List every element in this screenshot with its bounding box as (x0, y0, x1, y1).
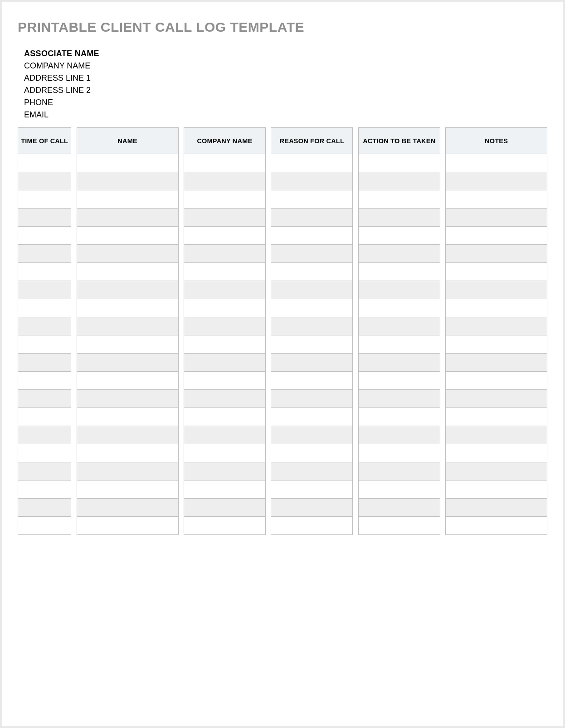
cell-company[interactable] (184, 480, 265, 499)
cell-company[interactable] (184, 209, 265, 227)
cell-time[interactable] (18, 517, 71, 535)
cell-action[interactable] (358, 372, 440, 390)
cell-action[interactable] (358, 227, 440, 245)
cell-notes[interactable] (446, 299, 547, 317)
cell-action[interactable] (358, 408, 440, 426)
cell-notes[interactable] (446, 281, 547, 299)
cell-name[interactable] (77, 499, 178, 517)
cell-action[interactable] (358, 354, 440, 372)
cell-action[interactable] (358, 154, 440, 172)
cell-name[interactable] (77, 190, 178, 209)
cell-name[interactable] (77, 245, 178, 263)
cell-action[interactable] (358, 335, 440, 354)
cell-time[interactable] (18, 154, 71, 172)
cell-reason[interactable] (271, 190, 353, 209)
cell-name[interactable] (77, 390, 178, 408)
cell-time[interactable] (18, 426, 71, 444)
cell-notes[interactable] (446, 317, 547, 335)
cell-company[interactable] (184, 426, 265, 444)
cell-name[interactable] (77, 263, 178, 281)
cell-reason[interactable] (271, 408, 353, 426)
cell-notes[interactable] (446, 354, 547, 372)
cell-name[interactable] (77, 281, 178, 299)
cell-company[interactable] (184, 335, 265, 354)
cell-company[interactable] (184, 172, 265, 190)
cell-time[interactable] (18, 172, 71, 190)
cell-reason[interactable] (271, 480, 353, 499)
cell-action[interactable] (358, 245, 440, 263)
cell-action[interactable] (358, 172, 440, 190)
cell-notes[interactable] (446, 335, 547, 354)
cell-company[interactable] (184, 299, 265, 317)
cell-time[interactable] (18, 499, 71, 517)
cell-time[interactable] (18, 227, 71, 245)
cell-company[interactable] (184, 354, 265, 372)
cell-time[interactable] (18, 372, 71, 390)
cell-time[interactable] (18, 281, 71, 299)
cell-notes[interactable] (446, 408, 547, 426)
cell-notes[interactable] (446, 209, 547, 227)
cell-notes[interactable] (446, 154, 547, 172)
cell-time[interactable] (18, 462, 71, 480)
cell-action[interactable] (358, 263, 440, 281)
cell-name[interactable] (77, 372, 178, 390)
cell-notes[interactable] (446, 227, 547, 245)
cell-company[interactable] (184, 154, 265, 172)
cell-notes[interactable] (446, 480, 547, 499)
cell-reason[interactable] (271, 517, 353, 535)
cell-time[interactable] (18, 444, 71, 462)
cell-notes[interactable] (446, 517, 547, 535)
cell-action[interactable] (358, 462, 440, 480)
cell-name[interactable] (77, 480, 178, 499)
cell-company[interactable] (184, 227, 265, 245)
cell-company[interactable] (184, 190, 265, 209)
cell-notes[interactable] (446, 263, 547, 281)
cell-reason[interactable] (271, 299, 353, 317)
cell-reason[interactable] (271, 245, 353, 263)
cell-company[interactable] (184, 245, 265, 263)
cell-reason[interactable] (271, 263, 353, 281)
cell-company[interactable] (184, 462, 265, 480)
cell-action[interactable] (358, 209, 440, 227)
cell-reason[interactable] (271, 209, 353, 227)
cell-name[interactable] (77, 408, 178, 426)
cell-reason[interactable] (271, 390, 353, 408)
cell-name[interactable] (77, 227, 178, 245)
cell-action[interactable] (358, 480, 440, 499)
cell-name[interactable] (77, 209, 178, 227)
cell-notes[interactable] (446, 499, 547, 517)
cell-name[interactable] (77, 517, 178, 535)
cell-reason[interactable] (271, 335, 353, 354)
cell-reason[interactable] (271, 172, 353, 190)
cell-action[interactable] (358, 299, 440, 317)
cell-reason[interactable] (271, 281, 353, 299)
cell-time[interactable] (18, 317, 71, 335)
cell-action[interactable] (358, 390, 440, 408)
cell-company[interactable] (184, 281, 265, 299)
cell-notes[interactable] (446, 462, 547, 480)
cell-action[interactable] (358, 426, 440, 444)
cell-time[interactable] (18, 408, 71, 426)
cell-reason[interactable] (271, 317, 353, 335)
cell-name[interactable] (77, 462, 178, 480)
cell-reason[interactable] (271, 154, 353, 172)
cell-action[interactable] (358, 190, 440, 209)
cell-notes[interactable] (446, 245, 547, 263)
cell-time[interactable] (18, 190, 71, 209)
cell-time[interactable] (18, 299, 71, 317)
cell-time[interactable] (18, 245, 71, 263)
cell-notes[interactable] (446, 444, 547, 462)
cell-time[interactable] (18, 390, 71, 408)
cell-name[interactable] (77, 317, 178, 335)
cell-notes[interactable] (446, 372, 547, 390)
cell-company[interactable] (184, 517, 265, 535)
cell-notes[interactable] (446, 190, 547, 209)
cell-company[interactable] (184, 499, 265, 517)
cell-time[interactable] (18, 335, 71, 354)
cell-notes[interactable] (446, 390, 547, 408)
cell-reason[interactable] (271, 372, 353, 390)
cell-name[interactable] (77, 172, 178, 190)
cell-company[interactable] (184, 372, 265, 390)
cell-name[interactable] (77, 335, 178, 354)
cell-reason[interactable] (271, 227, 353, 245)
